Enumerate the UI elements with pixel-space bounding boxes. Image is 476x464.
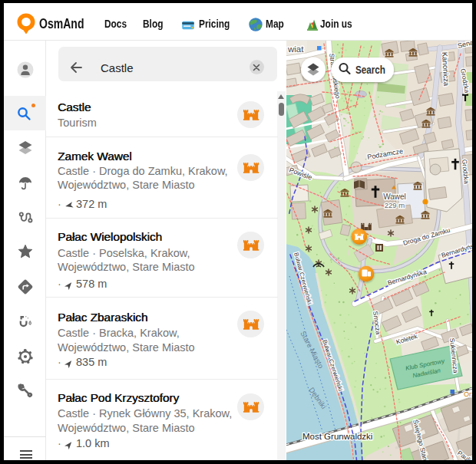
svg-text:Kanonicza: Kanonicza (441, 52, 451, 87)
svg-text:wiat: wiat (287, 44, 304, 54)
svg-text:Orze: Orze (464, 390, 472, 398)
svg-text:Wawel: Wawel (383, 193, 406, 201)
svg-text:Search: Search (355, 63, 385, 76)
svg-text:Most Grunwaldzki: Most Grunwaldzki (302, 432, 372, 441)
svg-text:229 m: 229 m (385, 201, 405, 209)
